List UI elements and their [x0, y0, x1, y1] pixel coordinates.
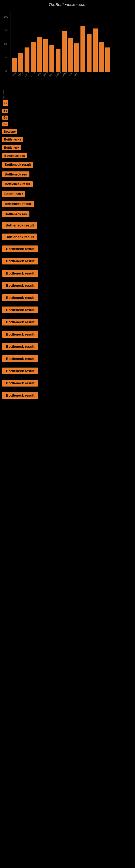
line-cursor-2: | [3, 94, 132, 100]
svg-text:CPU3: CPU3 [24, 71, 30, 77]
result-row-8: Bottleneck res [0, 169, 135, 179]
result-label-14: Bottleneck result [2, 234, 37, 240]
result-label-26: Bottleneck result [2, 380, 38, 386]
svg-rect-13 [62, 31, 67, 72]
result-row-19: Bottleneck result [0, 291, 135, 304]
result-label-9: Bottleneck resul [2, 181, 33, 187]
result-label-16: Bottleneck result [2, 258, 38, 265]
result-label-27: Bottleneck result [2, 392, 38, 399]
result-row-4: Bottleneck r [0, 135, 135, 144]
svg-rect-11 [49, 45, 54, 72]
result-label-20: Bottleneck result [2, 307, 38, 313]
svg-rect-15 [74, 43, 79, 72]
result-label-11: Bottleneck result [2, 201, 34, 207]
result-row-3: Bottlene [0, 128, 135, 135]
result-label-10: Bottleneck r [2, 191, 25, 197]
result-row-1: Bo [0, 114, 135, 121]
svg-rect-12 [56, 49, 60, 72]
result-label-21: Bottleneck result [2, 319, 38, 326]
result-label-15: Bottleneck result [2, 246, 38, 252]
result-label-24: Bottleneck result [2, 355, 38, 362]
result-label-22: Bottleneck result [2, 331, 38, 338]
result-row-5: Bottleneck [0, 144, 135, 152]
svg-text:GPU3: GPU3 [49, 71, 55, 77]
site-title: TheBottlenecker.com [48, 2, 86, 7]
svg-text:25: 25 [4, 56, 7, 59]
bar-chart-svg: 100 75 50 25 0 CPU1 CPU2 CPU3 CPU4 GPU1 … [3, 9, 132, 86]
svg-text:CPU2: CPU2 [18, 71, 24, 77]
svg-rect-8 [31, 42, 36, 72]
result-row-11: Bottleneck result [0, 199, 135, 209]
result-label-5: Bottleneck [2, 145, 21, 150]
result-label-1: Bo [2, 116, 8, 120]
result-label-18: Bottleneck result [2, 282, 38, 289]
result-row-13: Bottleneck result [0, 219, 135, 231]
chart-area: 100 75 50 25 0 CPU1 CPU2 CPU3 CPU4 GPU1 … [3, 9, 132, 86]
result-row-21: Bottleneck result [0, 316, 135, 328]
result-row-12: Bottleneck res [0, 209, 135, 219]
result-label-7: Bottleneck result [2, 162, 33, 167]
pre-results-block: | | B [0, 87, 135, 107]
result-label-3: Bottlene [2, 129, 17, 134]
result-row-25: Bottleneck result [0, 365, 135, 377]
result-row-23: Bottleneck result [0, 340, 135, 352]
svg-rect-14 [68, 38, 73, 72]
line-b: B [3, 100, 8, 106]
svg-text:GPU1: GPU1 [37, 71, 42, 77]
results-container: Bo Bo Bo Bottlene Bottleneck r Bottlenec… [0, 107, 135, 401]
result-row-22: Bottleneck result [0, 328, 135, 340]
result-label-8: Bottleneck res [2, 172, 30, 177]
result-label-19: Bottleneck result [2, 294, 38, 301]
svg-text:CPU1: CPU1 [12, 71, 17, 77]
result-label-4: Bottleneck r [2, 137, 23, 142]
result-label-12: Bottleneck res [2, 211, 30, 217]
result-label-17: Bottleneck result [2, 270, 38, 277]
result-row-24: Bottleneck result [0, 352, 135, 365]
svg-rect-16 [81, 26, 85, 72]
result-row-15: Bottleneck result [0, 243, 135, 255]
result-label-6: Bottleneck res [2, 153, 27, 158]
svg-text:75: 75 [4, 29, 7, 32]
svg-rect-20 [105, 48, 110, 72]
svg-rect-5 [12, 58, 17, 72]
svg-rect-9 [37, 37, 42, 72]
svg-rect-10 [43, 39, 48, 72]
svg-rect-17 [87, 34, 92, 72]
result-row-16: Bottleneck result [0, 255, 135, 267]
svg-text:50: 50 [4, 42, 7, 45]
result-row-10: Bottleneck r [0, 189, 135, 199]
result-row-17: Bottleneck result [0, 267, 135, 279]
svg-rect-18 [93, 29, 98, 72]
result-row-0: Bo [0, 107, 135, 114]
result-row-14: Bottleneck result [0, 231, 135, 243]
svg-text:SSD: SSD [68, 72, 72, 77]
result-row-9: Bottleneck resul [0, 179, 135, 189]
result-row-6: Bottleneck res [0, 152, 135, 160]
svg-rect-6 [18, 53, 23, 72]
result-row-2: Bo [0, 121, 135, 128]
result-row-26: Bottleneck result [0, 377, 135, 389]
site-title-container: TheBottlenecker.com [0, 0, 135, 8]
result-row-18: Bottleneck result [0, 279, 135, 291]
result-label-13: Bottleneck result [2, 222, 37, 229]
svg-text:0: 0 [5, 70, 7, 72]
svg-text:HDD: HDD [74, 72, 79, 77]
svg-rect-19 [99, 42, 104, 72]
result-label-0: Bo [2, 109, 8, 113]
svg-text:CPU4: CPU4 [30, 71, 36, 77]
result-label-23: Bottleneck result [2, 343, 38, 350]
svg-text:100: 100 [4, 16, 8, 18]
svg-rect-7 [25, 48, 30, 72]
result-row-20: Bottleneck result [0, 304, 135, 316]
result-row-27: Bottleneck result [0, 389, 135, 401]
svg-text:GPU2: GPU2 [43, 71, 49, 77]
result-label-2: Bo [2, 122, 8, 126]
result-label-25: Bottleneck result [2, 368, 38, 374]
result-row-7: Bottleneck result [0, 160, 135, 169]
line-cursor-1: | [3, 89, 132, 94]
